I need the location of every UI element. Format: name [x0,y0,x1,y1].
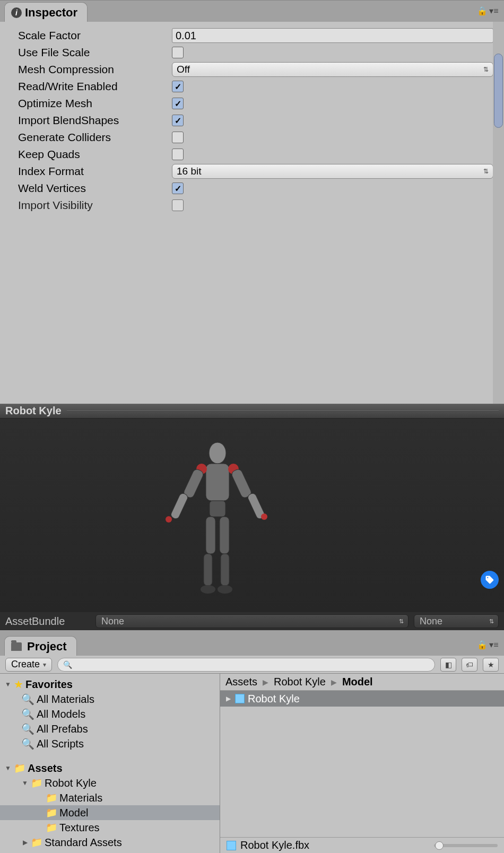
mesh-compression-dropdown[interactable]: Off [172,62,493,77]
foldout-icon[interactable]: ▼ [21,779,29,787]
search-icon: 🔍 [21,737,34,750]
lock-icon[interactable]: 🔒 [477,6,487,15]
foldout-icon[interactable]: ▶ [21,839,29,846]
folder-robot-kyle[interactable]: ▼ 📁 Robot Kyle [0,776,220,790]
breadcrumb-item[interactable]: Model [342,676,373,688]
foldout-icon[interactable]: ▼ [4,764,12,772]
favorite-all-models[interactable]: 🔍All Models [0,707,220,721]
folder-standard-assets[interactable]: ▶ 📁 Standard Assets [0,835,220,850]
generate-colliders-label: Generate Colliders [18,131,172,144]
svg-rect-1 [206,464,229,501]
project-tree: ▼ ★ Favorites 🔍All Materials 🔍All Models… [0,674,220,853]
search-icon: 🔍 [21,708,34,720]
chevron-right-icon: ▶ [331,678,337,686]
use-file-scale-label: Use File Scale [18,46,172,59]
read-write-label: Read/Write Enabled [18,80,172,93]
favorites-header[interactable]: ▼ ★ Favorites [0,677,220,692]
fav-label: All Models [37,708,85,720]
zoom-slider[interactable] [434,844,498,847]
weld-vertices-label: Weld Vertices [18,182,172,195]
chevron-right-icon: ▶ [263,678,268,686]
folder-icon [11,642,22,651]
preview-title: Robot Kyle [5,405,62,417]
assetbundle-variant-dropdown[interactable]: None [414,614,499,628]
assets-label: Assets [28,762,63,774]
prop-read-write: Read/Write Enabled [0,78,504,95]
folder-label: Standard Assets [45,837,122,849]
folder-icon: 📁 [31,777,42,789]
preview-drag-handle[interactable] [67,411,499,412]
inspector-scrollbar[interactable] [493,22,504,404]
project-search-input[interactable]: 🔍 [57,658,435,672]
preview-panel: Robot Kyle [0,404,504,630]
inspector-tab[interactable]: i Inspector [4,2,88,22]
use-file-scale-checkbox[interactable] [172,47,184,58]
project-tab-label: Project [27,640,67,654]
foldout-icon[interactable]: ▼ [4,681,12,688]
assets-header[interactable]: ▼ 📁 Assets [0,761,220,776]
folder-materials[interactable]: 📁 Materials [0,790,220,805]
save-search-button[interactable]: ★ [483,658,499,672]
folder-textures[interactable]: 📁 Textures [0,820,220,835]
generate-colliders-checkbox[interactable] [172,132,184,143]
fav-label: All Materials [37,693,94,706]
star-icon: ★ [14,678,23,691]
inspector-scroll-thumb[interactable] [494,54,503,128]
filter-by-type-button[interactable]: ◧ [440,658,456,672]
create-label: Create [11,659,40,670]
keep-quads-checkbox[interactable] [172,149,184,160]
lock-icon[interactable]: 🔒 [477,640,487,649]
panel-menu-icon[interactable]: ▾≡ [489,640,499,649]
project-tab-row: Project 🔒 ▾≡ [0,634,504,656]
optimize-mesh-checkbox[interactable] [172,98,184,109]
favorite-all-scripts[interactable]: 🔍All Scripts [0,736,220,751]
index-format-value: 16 bit [177,166,201,177]
favorite-all-prefabs[interactable]: 🔍All Prefabs [0,721,220,736]
list-item[interactable]: ▶ Robot Kyle [220,691,504,707]
asset-label-icon[interactable] [481,571,499,589]
svg-point-15 [166,516,172,523]
svg-rect-11 [204,554,212,586]
svg-rect-6 [231,468,253,499]
prop-weld-vertices: Weld Vertices [0,180,504,197]
preview-viewport[interactable] [0,419,504,612]
weld-vertices-checkbox[interactable] [172,182,184,194]
folder-icon: 📁 [31,837,42,848]
assetbundle-dropdown[interactable]: None [95,614,409,628]
inspector-tab-label: Inspector [25,6,77,20]
folder-model[interactable]: 📁 Model [0,805,220,820]
favorite-all-materials[interactable]: 🔍All Materials [0,692,220,707]
scale-factor-input[interactable] [172,28,493,43]
prop-keep-quads: Keep Quads [0,146,504,163]
breadcrumb: Assets ▶ Robot Kyle ▶ Model [220,674,504,691]
index-format-dropdown[interactable]: 16 bit [172,164,493,179]
read-write-checkbox[interactable] [172,81,184,92]
mesh-compression-value: Off [177,64,190,75]
import-blendshapes-label: Import BlendShapes [18,114,172,127]
search-text[interactable] [75,659,429,670]
folder-icon: 📁 [46,792,57,804]
foldout-icon[interactable]: ▶ [224,695,232,702]
svg-rect-12 [221,554,229,586]
search-icon: 🔍 [21,693,34,706]
preview-footer: AssetBundle None None [0,612,504,630]
content-list[interactable]: ▶ Robot Kyle [220,691,504,837]
footer-filename: Robot Kyle.fbx [240,839,309,851]
breadcrumb-item[interactable]: Assets [225,676,257,688]
svg-rect-5 [170,492,189,520]
preview-header[interactable]: Robot Kyle [0,404,504,419]
folder-label: Textures [59,822,100,834]
svg-point-14 [218,585,232,594]
project-content: Assets ▶ Robot Kyle ▶ Model ▶ Robot Kyle [220,674,504,853]
panel-menu-icon[interactable]: ▾≡ [489,6,499,15]
import-visibility-checkbox[interactable] [172,199,184,211]
breadcrumb-item[interactable]: Robot Kyle [274,676,326,688]
fav-label: All Prefabs [37,723,88,735]
filter-by-label-button[interactable]: 🏷 [462,658,477,672]
create-button[interactable]: Create [5,658,52,672]
import-blendshapes-checkbox[interactable] [172,115,184,126]
svg-rect-10 [220,517,229,554]
info-icon: i [11,7,22,18]
project-tab[interactable]: Project [4,636,77,656]
zoom-thumb[interactable] [435,841,444,850]
